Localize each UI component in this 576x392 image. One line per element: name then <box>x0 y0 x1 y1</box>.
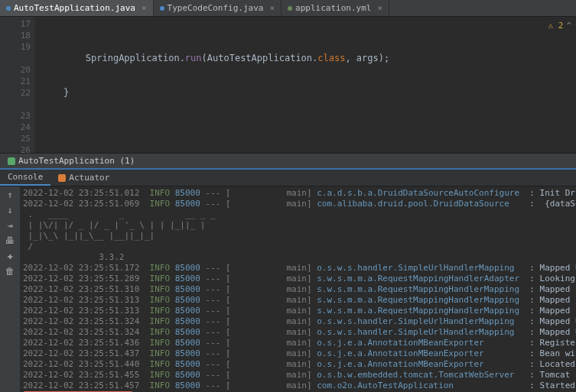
log-line: 2022-12-02 23:25:51.437 INFO 85000 --- [… <box>23 348 573 359</box>
warning-badge[interactable]: ⚠ 2 <box>548 20 564 31</box>
log-line: 2022-12-02 23:25:51.012 INFO 85000 --- [… <box>23 188 573 199</box>
scroll-down-icon[interactable]: ↓ <box>5 205 15 215</box>
run-toolbar: AutoTestApplication (1) <box>0 153 576 170</box>
brace: } <box>63 87 69 98</box>
tab-typecodeconfig-java[interactable]: TypeCodeConfig.java× <box>154 0 281 16</box>
close-icon[interactable]: × <box>142 3 147 13</box>
code-area[interactable]: ⚠ 2 ^ SpringApplication.run(AutoTestAppl… <box>35 17 576 153</box>
log-line: |_|\_\ |_||_\__ |__||_|_| <box>23 231 573 241</box>
line-number[interactable]: 17 <box>2 18 31 30</box>
file-icon <box>6 6 11 11</box>
line-number[interactable]: 18 <box>2 30 31 41</box>
gutter: 1718192021⬤22232425◉26 <box>0 17 35 153</box>
tab-actuator[interactable]: Actuator <box>50 170 117 185</box>
log-line: . ____ _ __ _ _ <box>23 209 573 220</box>
tab-console[interactable]: Console <box>0 170 50 186</box>
editor-tabs: AutoTestApplication.java×TypeCodeConfig.… <box>0 0 576 17</box>
tab-label: AutoTestApplication.java <box>14 3 135 13</box>
tab-label: application.yml <box>295 3 371 13</box>
soft-wrap-icon[interactable]: ⇥ <box>5 220 15 231</box>
file-icon <box>288 6 292 11</box>
output-tabs: Console Actuator <box>0 170 576 186</box>
editor-pane: 1718192021⬤22232425◉26 ⚠ 2 ^ SpringAppli… <box>0 17 576 153</box>
up-badge[interactable]: ^ <box>566 20 571 31</box>
line-number[interactable]: 24 <box>2 121 31 133</box>
line-number[interactable]: 25◉ <box>2 133 31 144</box>
tab-autotestapplication-java[interactable]: AutoTestApplication.java× <box>0 0 154 16</box>
log-line: 2022-12-02 23:25:51.172 INFO 85000 --- [… <box>23 263 573 274</box>
log-line: 2022-12-02 23:25:51.313 INFO 85000 --- [… <box>23 295 573 306</box>
line-number[interactable]: 19 <box>2 41 31 53</box>
log-line: 3.3.2 <box>23 252 573 263</box>
line-number[interactable] <box>2 99 31 110</box>
close-icon[interactable]: × <box>269 3 275 13</box>
log-line: 2022-12-02 23:25:51.436 INFO 85000 --- [… <box>23 338 573 348</box>
log-line: 2022-12-02 23:25:51.313 INFO 85000 --- [… <box>23 306 573 316</box>
console-toolbar: ↑ ↓ ⇥ 🖶 ✚ 🗑 <box>0 186 20 392</box>
file-icon <box>160 6 164 11</box>
tab-label: TypeCodeConfig.java <box>168 3 264 13</box>
log-line: 2022-12-02 23:25:51.457 INFO 85000 --- [… <box>23 381 573 391</box>
tab-application-yml[interactable]: application.yml× <box>281 0 389 16</box>
line-number[interactable]: 26 <box>2 144 31 156</box>
log-line: / <box>23 241 573 252</box>
log-line: 2022-12-02 23:25:51.324 INFO 85000 --- [… <box>23 327 573 338</box>
actuator-icon <box>58 174 66 182</box>
log-line: 2022-12-02 23:25:51.310 INFO 85000 --- [… <box>23 284 573 295</box>
line-number[interactable]: 21⬤ <box>2 76 31 87</box>
log-line: 2022-12-02 23:25:51.289 INFO 85000 --- [… <box>23 274 573 284</box>
log-line: 2022-12-02 23:25:51.069 INFO 85000 --- [… <box>23 199 573 209</box>
line-number[interactable]: 22 <box>2 87 31 99</box>
inspection-badges[interactable]: ⚠ 2 ^ <box>548 20 572 31</box>
log-line: 2022-12-02 23:25:51.324 INFO 85000 --- [… <box>23 316 573 327</box>
log-line: | |\/| |/ _ |/ _ | '_ \ | | |_||_ | <box>23 220 573 231</box>
output-wrap: ↑ ↓ ⇥ 🖶 ✚ 🗑 2022-12-02 23:25:51.012 INFO… <box>0 186 576 392</box>
scroll-up-icon[interactable]: ↑ <box>5 190 15 200</box>
console-output[interactable]: 2022-12-02 23:25:51.012 INFO 85000 --- [… <box>20 186 576 392</box>
run-config-label[interactable]: AutoTestApplication (1) <box>0 156 142 166</box>
line-number[interactable]: 23 <box>2 110 31 121</box>
log-line: 2022-12-02 23:25:51.455 INFO 85000 --- [… <box>23 370 573 381</box>
line-number[interactable]: 20 <box>2 64 31 76</box>
line-number[interactable] <box>2 53 31 64</box>
run-icon <box>8 157 15 165</box>
log-line: 2022-12-02 23:25:51.440 INFO 85000 --- [… <box>23 359 573 370</box>
close-icon[interactable]: × <box>377 3 382 13</box>
print-icon[interactable]: 🖶 <box>5 235 15 246</box>
trash-icon[interactable]: 🗑 <box>5 266 15 277</box>
clear-icon[interactable]: ✚ <box>5 251 15 261</box>
